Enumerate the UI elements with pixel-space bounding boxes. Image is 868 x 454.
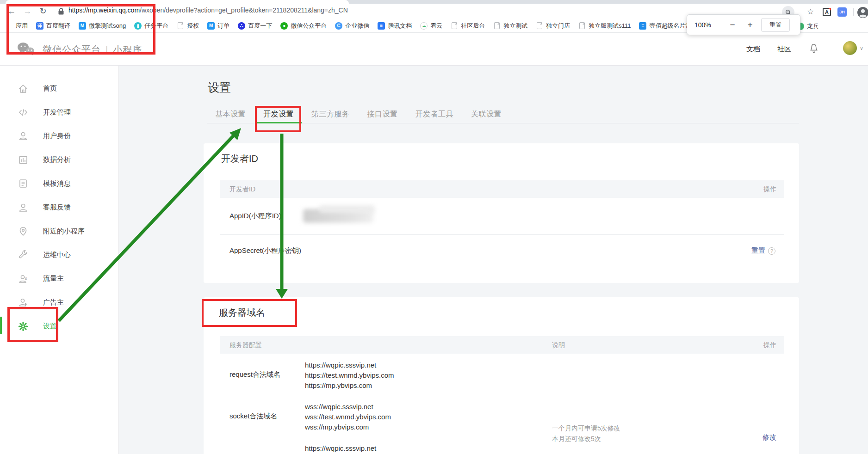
bookmark-item[interactable]: ● 微信公众平台 xyxy=(280,22,327,30)
browser-tab-strip xyxy=(0,0,868,4)
bookmark-item[interactable]: 应用 xyxy=(6,22,28,30)
sidebar-item-label: 数据分析 xyxy=(43,155,71,164)
zoom-popup: 100% − + 重置 xyxy=(687,14,800,35)
baidu-translate-icon: 译 xyxy=(36,22,43,30)
yibai-icon: = xyxy=(639,22,646,30)
location-icon xyxy=(18,226,29,237)
note-line: 一个月内可申请5次修改 xyxy=(552,423,620,434)
tab-item[interactable]: 基本设置 xyxy=(215,110,246,124)
developer-id-table-header: 开发者ID 操作 xyxy=(220,180,784,198)
apps-grid-icon xyxy=(6,22,13,30)
bookmark-item[interactable]: M 微擎测试song xyxy=(79,22,126,30)
bookmark-item[interactable]: 独立门店 xyxy=(536,22,570,30)
socket-domain-values: wss://wqpic.sssvip.netwss://test.wnmd.yb… xyxy=(305,402,391,432)
col-action: 操作 xyxy=(763,336,776,354)
tab-label: 开发设置 xyxy=(263,110,294,118)
sidebar-item[interactable]: 开发管理 xyxy=(0,100,118,124)
tab-label: 关联设置 xyxy=(471,110,502,118)
svg-text:¥: ¥ xyxy=(25,276,28,281)
kancloud-icon: ☁ xyxy=(420,22,428,30)
refresh-icon[interactable]: ↻ xyxy=(37,5,49,17)
bookmark-item[interactable]: 社区后台 xyxy=(451,22,485,30)
col-description: 说明 xyxy=(552,336,565,354)
sidebar-active-indicator xyxy=(0,317,2,334)
modify-link[interactable]: 修改 xyxy=(763,433,776,441)
sidebar-item[interactable]: 首页 xyxy=(0,77,118,100)
advertiser-icon xyxy=(18,297,29,308)
bookmark-star-icon[interactable]: ☆ xyxy=(807,7,814,17)
forward-icon[interactable]: → xyxy=(21,5,33,17)
col-developer-id: 开发者ID xyxy=(229,180,255,198)
code-icon xyxy=(18,107,29,118)
next-row-domain-partial: https://wqpic.sssvip.net xyxy=(305,443,376,454)
sidebar-item[interactable]: 运维中心 xyxy=(0,243,118,267)
toolbar-separator xyxy=(853,8,854,16)
help-question-icon[interactable]: ? xyxy=(768,247,775,255)
brand-divider: | xyxy=(105,44,108,55)
zoom-out-button[interactable]: − xyxy=(727,20,738,30)
url-bar[interactable]: https://mp.weixin.qq.com/wxopen/devprofi… xyxy=(68,6,348,14)
tab-item[interactable]: 接口设置 xyxy=(367,110,398,124)
reset-link[interactable]: 重置 xyxy=(751,246,765,255)
bookmark-item[interactable]: 独立测试 xyxy=(493,22,527,30)
bookmark-label: 看云 xyxy=(430,22,442,30)
order-icon: M xyxy=(207,22,215,30)
sidebar-item-label: 模板消息 xyxy=(43,179,71,188)
bookmark-item[interactable]: M 订单 xyxy=(207,22,229,30)
nav-docs-link[interactable]: 文档 xyxy=(746,45,760,54)
bookmark-item[interactable]: C 企业微信 xyxy=(335,22,369,30)
zoom-reset-button[interactable]: 重置 xyxy=(761,18,790,32)
account-avatar[interactable] xyxy=(843,41,857,55)
sidebar-item-label: 运维中心 xyxy=(43,251,71,259)
sidebar-item[interactable]: 设置 xyxy=(0,314,118,338)
extension-a-icon[interactable]: A xyxy=(823,8,831,16)
bookmark-label: 授权 xyxy=(187,22,199,30)
doc-icon xyxy=(178,22,183,29)
zoom-level-value: 100% xyxy=(694,21,715,29)
sidebar-item[interactable]: 客服反馈 xyxy=(0,196,118,219)
sidebar-item[interactable]: 模板消息 xyxy=(0,172,118,196)
bookmark-item[interactable]: 独立版测试s111 xyxy=(578,22,631,30)
browser-profile-icon[interactable] xyxy=(857,6,868,20)
domain-line: wss://mp.ybvips.com xyxy=(305,422,391,432)
bookmark-label: 独立测试 xyxy=(503,22,527,30)
doc-icon xyxy=(537,22,542,29)
tab-item[interactable]: 第三方服务 xyxy=(311,110,350,124)
bookmark-item[interactable]: ≡ 腾讯文档 xyxy=(378,22,412,30)
nav-community-link[interactable]: 社区 xyxy=(777,45,791,54)
back-icon[interactable]: ← xyxy=(6,5,18,17)
product-name: 小程序 xyxy=(113,44,142,55)
sidebar-item[interactable]: 数据分析 xyxy=(0,148,118,172)
bookmark-item[interactable]: 译 百度翻译 xyxy=(36,22,70,30)
bookmark-item[interactable]: 授权 xyxy=(177,22,199,30)
browser-active-tab[interactable] xyxy=(6,0,349,4)
zoom-in-button[interactable]: + xyxy=(744,20,756,30)
chevron-down-icon[interactable]: ∨ xyxy=(860,45,863,51)
domain-line: wss://wqpic.sssvip.net xyxy=(305,402,391,412)
user-icon xyxy=(18,130,29,141)
sidebar-item-label: 广告主 xyxy=(43,298,64,307)
bookmark-item[interactable]: ▮ 任务平台 xyxy=(134,22,168,30)
tab-item[interactable]: 关联设置 xyxy=(471,110,502,124)
sidebar-item-label: 附近的小程序 xyxy=(43,227,85,236)
tencent-docs-icon: ≡ xyxy=(378,22,385,30)
extension-jh-icon[interactable]: JH xyxy=(837,7,847,17)
sidebar-item[interactable]: ¥ 流量主 xyxy=(0,267,118,290)
appid-redacted-value-highlight xyxy=(319,205,375,213)
bookmark-label: 应用 xyxy=(16,22,28,30)
sidebar-item-label: 客服反馈 xyxy=(43,203,71,212)
tab-item[interactable]: 开发者工具 xyxy=(415,110,454,124)
sidebar-item[interactable]: 用户身份 xyxy=(0,124,118,148)
weiqing-icon: M xyxy=(79,22,86,30)
bookmark-item[interactable]: ∴ 百度一下 xyxy=(238,22,272,30)
sidebar-item[interactable]: 广告主 xyxy=(0,291,118,314)
notification-bell-icon[interactable] xyxy=(809,43,819,56)
bookmark-item[interactable]: ☁ 看云 xyxy=(420,22,442,30)
bookmark-label: 微信公众平台 xyxy=(291,22,327,30)
sidebar-item[interactable]: 附近的小程序 xyxy=(0,219,118,243)
sidebar-item-label: 用户身份 xyxy=(43,132,71,141)
appsecret-actions: 重置 ? xyxy=(751,246,775,255)
home-icon xyxy=(18,83,29,94)
active-tab-underline xyxy=(256,122,302,123)
col-server-config: 服务器配置 xyxy=(229,336,262,354)
